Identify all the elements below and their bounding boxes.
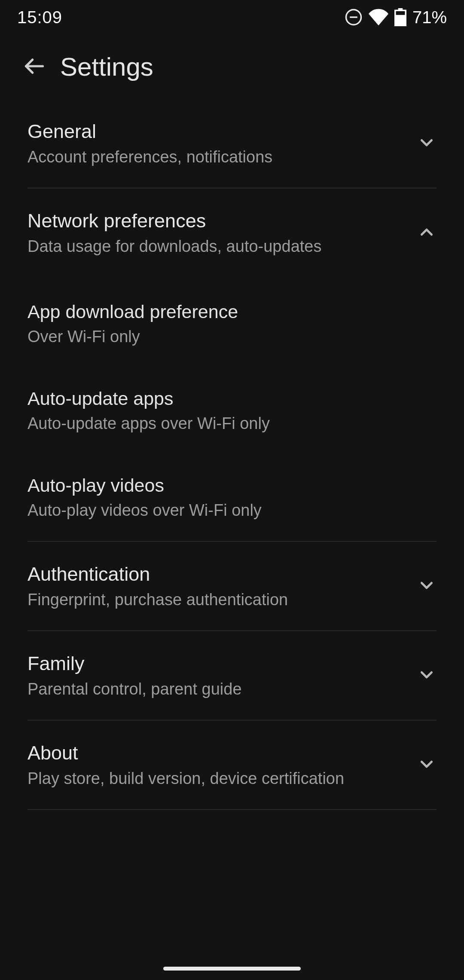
- back-button[interactable]: [13, 45, 56, 88]
- status-bar: 15:09 71%: [0, 0, 464, 34]
- svg-rect-4: [395, 15, 406, 26]
- pref-title: Auto-update apps: [27, 388, 437, 409]
- pref-app-download[interactable]: App download preference Over Wi-Fi only: [27, 286, 437, 361]
- battery-text: 71%: [412, 8, 447, 27]
- section-network-preferences[interactable]: Network preferences Data usage for downl…: [27, 188, 437, 277]
- section-subtitle: Data usage for downloads, auto-updates: [27, 237, 321, 256]
- chevron-down-icon: [417, 133, 437, 154]
- status-time: 15:09: [17, 8, 62, 27]
- battery-icon: [394, 8, 406, 26]
- section-subtitle: Play store, build version, device certif…: [27, 769, 344, 788]
- wifi-icon: [369, 8, 388, 26]
- section-title: Authentication: [27, 563, 288, 585]
- page-title: Settings: [60, 52, 153, 82]
- section-title: About: [27, 742, 344, 764]
- chevron-up-icon: [417, 222, 437, 244]
- arrow-back-icon: [23, 55, 46, 79]
- app-bar: Settings: [0, 34, 464, 99]
- pref-value: Auto-play videos over Wi-Fi only: [27, 501, 437, 520]
- pref-title: App download preference: [27, 301, 437, 322]
- section-title: Family: [27, 652, 242, 675]
- section-family[interactable]: Family Parental control, parent guide: [27, 631, 437, 720]
- section-authentication[interactable]: Authentication Fingerprint, purchase aut…: [27, 542, 437, 631]
- section-subtitle: Parental control, parent guide: [27, 680, 242, 698]
- status-icons: 71%: [345, 8, 447, 27]
- pref-value: Auto-update apps over Wi-Fi only: [27, 414, 437, 433]
- section-subtitle: Account preferences, notifications: [27, 148, 272, 166]
- home-indicator[interactable]: [163, 967, 301, 971]
- section-title: General: [27, 120, 272, 143]
- divider: [27, 809, 437, 810]
- section-general[interactable]: General Account preferences, notificatio…: [27, 99, 437, 188]
- pref-auto-update-apps[interactable]: Auto-update apps Auto-update apps over W…: [27, 373, 437, 448]
- pref-auto-play-videos[interactable]: Auto-play videos Auto-play videos over W…: [27, 459, 437, 541]
- chevron-down-icon: [417, 754, 437, 776]
- pref-value: Over Wi-Fi only: [27, 328, 437, 346]
- section-subtitle: Fingerprint, purchase authentication: [27, 591, 288, 609]
- pref-title: Auto-play videos: [27, 475, 437, 496]
- chevron-down-icon: [417, 576, 437, 597]
- section-title: Network preferences: [27, 210, 321, 232]
- section-about[interactable]: About Play store, build version, device …: [27, 720, 437, 809]
- chevron-down-icon: [417, 665, 437, 686]
- dnd-icon: [345, 8, 363, 26]
